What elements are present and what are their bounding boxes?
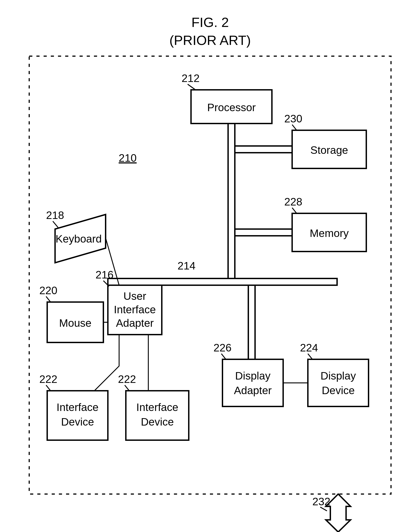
figure-title-line2: (PRIOR ART): [169, 33, 251, 48]
ifdev-b-label-2: Device: [141, 416, 174, 428]
disp-adapter-label-2: Adapter: [234, 385, 272, 396]
bus-ref: 214: [178, 260, 195, 272]
ifdev-a-label-2: Device: [61, 416, 94, 428]
svg-rect-10: [47, 391, 108, 440]
interface-device-a-block: Interface Device 222: [39, 335, 119, 440]
mouse-ref: 220: [39, 285, 57, 296]
display-adapter-block: Display Adapter 226: [213, 285, 283, 406]
disp-device-ref: 224: [300, 342, 318, 354]
svg-rect-3: [235, 146, 292, 153]
storage-label: Storage: [310, 144, 348, 156]
interface-device-b-block: Interface Device 222: [118, 335, 189, 440]
bus: [108, 278, 337, 285]
disp-adapter-ref: 226: [213, 342, 231, 354]
svg-rect-15: [308, 359, 369, 406]
svg-rect-5: [235, 229, 292, 236]
svg-rect-1: [228, 124, 235, 278]
ifdev-a-label-1: Interface: [57, 401, 99, 413]
memory-block: Memory 228: [235, 196, 366, 252]
keyboard-label: Keyboard: [56, 233, 102, 245]
system-ref: 210: [119, 152, 137, 164]
mouse-block: Mouse 220: [39, 285, 108, 343]
svg-rect-13: [223, 359, 283, 406]
disp-adapter-label-1: Display: [235, 370, 270, 382]
svg-rect-11: [126, 391, 189, 440]
processor-ref: 212: [181, 72, 200, 84]
memory-label: Memory: [310, 227, 348, 239]
processor-label: Processor: [207, 101, 256, 114]
ifdev-b-ref: 222: [118, 373, 136, 385]
memory-ref: 228: [284, 196, 302, 208]
disp-device-label-2: Device: [322, 385, 355, 396]
external-arrow-icon: 232: [312, 494, 351, 532]
mouse-label: Mouse: [59, 317, 91, 329]
figure-diagram: FIG. 2 (PRIOR ART) 210 214 Processor 212…: [0, 0, 420, 532]
uia-label-3: Adapter: [116, 317, 154, 329]
disp-device-label-1: Display: [320, 370, 356, 382]
ifdev-a-ref: 222: [39, 373, 57, 385]
uia-ref: 216: [95, 269, 113, 281]
uia-label-1: User: [123, 290, 146, 302]
svg-rect-14: [248, 285, 255, 359]
keyboard-ref: 218: [46, 209, 64, 221]
figure-title-line1: FIG. 2: [192, 15, 229, 30]
uia-label-2: Interface: [114, 304, 156, 316]
display-device-block: Display Device 224: [283, 342, 369, 406]
ifdev-b-label-1: Interface: [136, 401, 179, 413]
storage-ref: 230: [284, 113, 302, 125]
processor-block: Processor 212: [181, 72, 272, 278]
external-ref: 232: [312, 496, 330, 507]
